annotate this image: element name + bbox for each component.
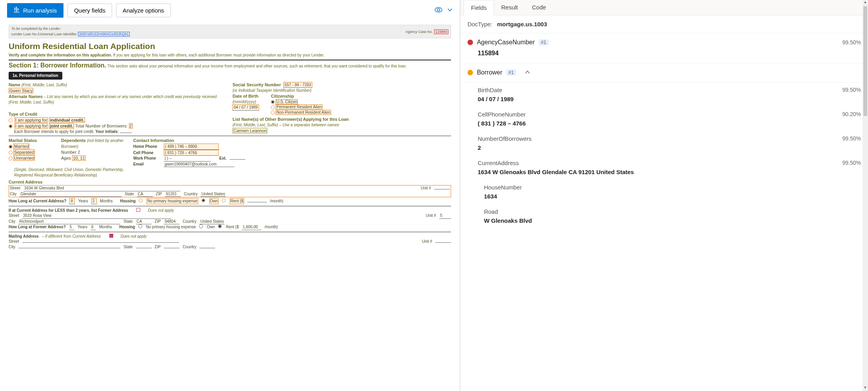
field-borrower[interactable]: Borrower #1 (460, 64, 868, 83)
work-phone: ( ) – (164, 156, 211, 162)
marital-married: Married (13, 144, 29, 149)
ssn-label: Social Security Number (232, 82, 281, 87)
former-country: United States (199, 219, 225, 225)
tab-result[interactable]: Result (494, 0, 525, 15)
subfield-name: Road (484, 208, 861, 215)
subfield-value: 1634 (484, 193, 861, 200)
credit-type-label: Type of Credit (9, 111, 227, 117)
query-fields-button[interactable]: Query fields (67, 4, 112, 17)
field-value: 115894 (478, 50, 861, 57)
agency-value: 115894 (434, 29, 448, 34)
citizen-nonperm: Non-Permanent Resident Alien (275, 110, 331, 115)
dependents-number: 2 (78, 150, 80, 155)
subfield-birthdate[interactable]: 99.50% BirthDate 04 / 07 / 1989 (460, 83, 868, 107)
subfield-cellphone[interactable]: 90.20% CellPhoneNumber ( 831 ) 728 – 476… (460, 107, 868, 131)
scroll-up-icon[interactable]: ▲ (863, 0, 868, 5)
former-state: CA (136, 219, 152, 225)
field-name: AgencyCaseNumber (477, 39, 535, 46)
field-confidence: 99.50% (843, 135, 861, 142)
addr-zip: 91201 (165, 191, 181, 197)
scroll-down-icon[interactable]: ▼ (863, 386, 868, 391)
subfield-value: 2 (478, 144, 861, 151)
document-viewer[interactable]: To be completed by the Lender: Lender Lo… (0, 21, 460, 391)
doc-title: Uniform Residential Loan Application (9, 41, 451, 52)
subfield-name: HouseNumber (484, 184, 861, 191)
chevron-up-icon[interactable] (525, 69, 530, 76)
former-street: 3533 Rosa View (22, 213, 171, 219)
altnames-label: Alternate Names (9, 94, 43, 99)
current-address-label: Current Address (9, 179, 451, 185)
field-confidence: 90.20% (843, 111, 861, 117)
home-phone: ( 489 ) 746 – 8900 (164, 144, 219, 150)
subfield-value: W Glenoaks Blvd (484, 217, 861, 224)
analyze-options-button[interactable]: Analyze options (116, 4, 171, 17)
section-1-title: Section 1: Borrower Information. This se… (9, 60, 451, 70)
email: gwen19890407@outlook.com (164, 162, 234, 167)
tab-1a: 1a. Personal Information (9, 72, 62, 80)
result-tabs: Fields Result Code (460, 0, 868, 15)
results-pane[interactable]: DocType: mortgage.us.1003 AgencyCaseNumb… (460, 15, 868, 391)
chevron-down-icon[interactable] (447, 7, 453, 14)
former-years: 5 (69, 224, 74, 230)
doc-intro: Verify and complete the information on t… (9, 53, 451, 58)
field-agency-case-number[interactable]: AgencyCaseNumber #1 99.50% 115894 (460, 33, 868, 64)
svg-point-4 (435, 7, 442, 12)
subfield-housenumber[interactable]: HouseNumber 1634 (460, 180, 868, 204)
subfield-name: CellPhoneNumber (478, 111, 861, 118)
subfield-numborrowers[interactable]: 99.50% NumberOfBorrowers 2 (460, 131, 868, 156)
doctype-value: mortgage.us.1003 (497, 21, 547, 27)
doctype: DocType: mortgage.us.1003 (460, 15, 868, 33)
former-city: Richmondport (18, 219, 120, 225)
marital-unmarried: Unmarried (13, 155, 35, 161)
current-address-box: Street1634 W Glenoaks BlvdUnit # CityGle… (9, 185, 451, 197)
housing-rent: Rent ($ (230, 198, 244, 204)
dob-value: 04 / 07 / 1989 (232, 104, 259, 111)
citizen-perm: Permanent Resident Alien (275, 104, 323, 109)
subfield-road[interactable]: Road W Glenoaks Blvd (460, 204, 868, 229)
lender-bar: To be completed by the Lender: Lender Lo… (9, 25, 451, 38)
credit-individual: individual credit. (49, 117, 85, 123)
addr-country: United States (201, 191, 226, 197)
field-name: Borrower (477, 69, 502, 76)
addr-years: 8 (69, 198, 75, 204)
subfield-value: ( 831 ) 728 – 4766 (478, 120, 861, 127)
status-dot-icon (468, 40, 473, 45)
ssn-value: 557 - 99 - 7283 (283, 82, 312, 88)
former-zip: 94804 (164, 219, 179, 225)
field-index-badge: #1 (539, 39, 549, 45)
loan-no-value: 265Fs6fAZ2H4984Gs4f23hQ81 (78, 32, 130, 36)
subfield-name: NumberOfBorrowers (478, 135, 861, 142)
addr-city: Glendale (20, 191, 121, 197)
other-borrowers-label: List Name(s) of Other Borrower(s) Applyi… (232, 116, 451, 122)
scroll-thumb[interactable] (863, 6, 867, 116)
toolbar: Run analysis Query fields Analyze option… (0, 0, 460, 21)
scrollbar[interactable]: ▲ ▼ (863, 0, 868, 391)
addr-months: 2 (91, 198, 97, 204)
former-months: 6 (91, 224, 96, 230)
field-index-badge: #1 (506, 69, 516, 76)
eye-icon[interactable] (435, 7, 442, 14)
dependents-ages: 10, 11 (72, 155, 86, 161)
subfield-value: 04 / 07 / 1989 (478, 96, 861, 102)
tab-fields[interactable]: Fields (464, 0, 494, 15)
query-fields-label: Query fields (74, 7, 105, 14)
name-value: Gwen Stacy (9, 88, 33, 93)
tab-code[interactable]: Code (525, 0, 553, 15)
svg-point-5 (437, 9, 440, 11)
subfield-value: 1634 W Glenoaks Blvd Glendale CA 91201 U… (478, 169, 861, 175)
loan-no-label: Lender Loan No./Universal Loan Identifie… (11, 32, 77, 36)
agency-label: Agency Case No. (406, 30, 433, 34)
analyze-options-label: Analyze options (123, 7, 164, 14)
dob-label: Date of Birth (232, 93, 268, 99)
status-dot-icon (468, 70, 473, 75)
subfield-name: CurrentAddress (478, 160, 861, 166)
subfield-name: BirthDate (478, 87, 861, 93)
subfield-currentaddress[interactable]: 99.50% CurrentAddress 1634 W Glenoaks Bl… (460, 156, 868, 180)
credit-joint: joint credit. (49, 123, 74, 129)
other-borrower-value: Carmen Leannon (232, 128, 267, 133)
former-unit: 5 (439, 213, 451, 219)
mailing-label: Mailing Address (9, 234, 39, 239)
housing-noexp: No primary housing expense (147, 198, 198, 204)
contact-label: Contact Information (133, 138, 451, 144)
run-analysis-button[interactable]: Run analysis (7, 3, 63, 18)
